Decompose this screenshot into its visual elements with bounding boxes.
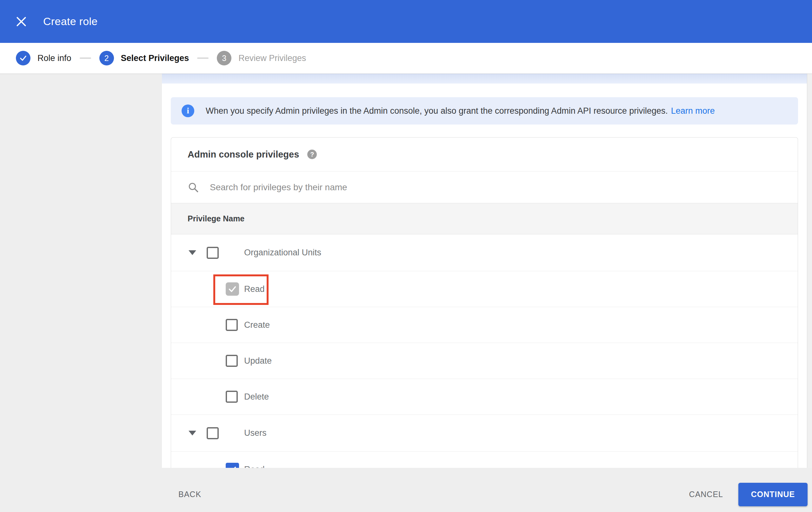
checkbox-read[interactable] <box>226 282 239 296</box>
collapse-caret-icon[interactable] <box>188 431 196 435</box>
step-role-info[interactable]: Role info <box>16 51 71 65</box>
left-side-panel <box>0 74 162 512</box>
privilege-row-update: Update <box>171 343 798 379</box>
checkbox-users[interactable] <box>207 427 219 439</box>
appbar: Create role <box>0 0 812 43</box>
table-header: Privilege Name <box>171 203 798 235</box>
step-number: 3 <box>217 51 231 65</box>
privilege-label: Create <box>244 320 270 330</box>
privilege-label: Delete <box>244 392 269 402</box>
checkbox-create[interactable] <box>226 319 238 331</box>
scrolled-content-edge <box>162 74 807 84</box>
checkbox-organizational-units[interactable] <box>207 247 219 259</box>
step-connector <box>197 57 208 59</box>
footer-action-bar: BACK CANCEL CONTINUE <box>0 468 812 512</box>
step-label: Select Privileges <box>121 53 189 63</box>
step-connector <box>80 57 91 59</box>
back-button[interactable]: BACK <box>178 490 201 499</box>
step-complete-check-icon <box>16 51 30 65</box>
step-review-privileges[interactable]: 3 Review Privileges <box>217 51 306 65</box>
scrollbar-track[interactable] <box>807 74 812 468</box>
close-icon[interactable] <box>15 16 27 28</box>
privilege-rows: Organizational UnitsReadCreateUpdateDele… <box>171 235 798 468</box>
checkbox-delete[interactable] <box>226 391 238 403</box>
cancel-button[interactable]: CANCEL <box>689 490 723 499</box>
privilege-row-read: Read <box>171 452 798 468</box>
privilege-label: Update <box>244 356 272 366</box>
step-number: 2 <box>99 51 114 65</box>
admin-privileges-card: Admin console privileges ? Privilege Nam… <box>171 137 798 468</box>
step-select-privileges[interactable]: 2 Select Privileges <box>99 51 189 65</box>
step-label: Role info <box>37 53 71 63</box>
checkbox-update[interactable] <box>226 355 238 367</box>
banner-message: When you specify Admin privileges in the… <box>206 106 668 116</box>
privilege-label: Read <box>244 284 265 294</box>
card-header: Admin console privileges ? <box>171 137 798 171</box>
privilege-row-create: Create <box>171 307 798 343</box>
privilege-label: Users <box>244 428 267 438</box>
privilege-label: Read <box>244 465 265 468</box>
learn-more-link[interactable]: Learn more <box>671 106 715 116</box>
banner-text: When you specify Admin privileges in the… <box>206 106 715 116</box>
stepper: Role info 2 Select Privileges 3 Review P… <box>0 43 812 74</box>
card-title: Admin console privileges <box>187 149 299 160</box>
dialog-title: Create role <box>43 15 98 28</box>
privilege-search-row <box>171 171 798 203</box>
privilege-row-read: Read <box>171 271 798 307</box>
checkbox-read[interactable] <box>226 463 239 468</box>
search-icon <box>187 182 199 193</box>
privilege-row-organizational-units: Organizational Units <box>171 235 798 271</box>
privilege-name-column-header: Privilege Name <box>187 214 244 223</box>
privilege-row-delete: Delete <box>171 379 798 415</box>
privilege-label: Organizational Units <box>244 248 321 258</box>
step-label: Review Privileges <box>238 53 306 63</box>
help-icon[interactable]: ? <box>307 150 317 159</box>
collapse-caret-icon[interactable] <box>188 250 196 255</box>
info-banner: i When you specify Admin privileges in t… <box>171 97 798 125</box>
continue-button[interactable]: CONTINUE <box>738 483 808 506</box>
privilege-row-users: Users <box>171 415 798 452</box>
info-icon: i <box>181 105 194 117</box>
privilege-search-input[interactable] <box>210 182 654 192</box>
